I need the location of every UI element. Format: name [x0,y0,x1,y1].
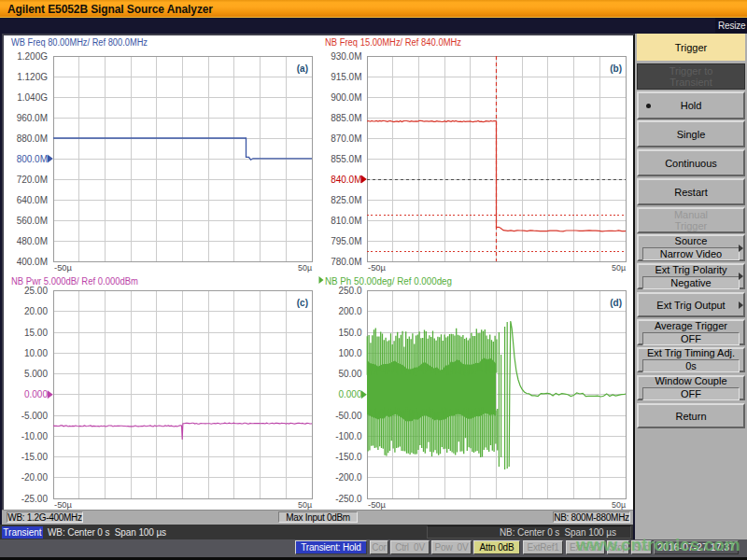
svg-text:100.0: 100.0 [338,348,361,358]
svg-text:-150.0: -150.0 [335,452,362,462]
svg-text:5.000: 5.000 [24,369,48,379]
svg-text:825.0M: 825.0M [331,195,361,205]
svg-text:795.0M: 795.0M [331,236,361,246]
svg-text:810.0M: 810.0M [331,216,361,226]
svg-text:-50µ: -50µ [368,499,386,510]
svg-text:WB Freq 80.00MHz/ Ref 800.0MHz: WB Freq 80.00MHz/ Ref 800.0MHz [11,37,148,48]
svg-text:(c): (c) [297,298,308,308]
svg-text:(a): (a) [297,63,308,74]
svg-text:960.0M: 960.0M [17,113,48,123]
svg-text:(b): (b) [610,63,622,74]
svg-text:-50µ: -50µ [54,499,72,510]
svg-text:780.0M: 780.0M [331,257,361,267]
svg-text:(d): (d) [610,298,622,308]
svg-text:NB Pwr 5.000dB/ Ref 0.000dBm: NB Pwr 5.000dB/ Ref 0.000dBm [11,276,138,287]
svg-text:50.00: 50.00 [338,369,361,379]
svg-text:-50µ: -50µ [54,262,72,273]
svg-text:480.0M: 480.0M [17,236,48,246]
svg-text:930.0M: 930.0M [331,51,361,62]
svg-text:200.0: 200.0 [338,306,361,316]
svg-text:915.0M: 915.0M [331,72,361,82]
svg-text:-25.00: -25.00 [21,494,49,504]
svg-text:150.0: 150.0 [338,328,361,338]
svg-text:-15.00: -15.00 [21,452,49,462]
svg-text:0.000: 0.000 [24,389,48,399]
svg-text:-10.00: -10.00 [21,431,49,441]
svg-text:1.040G: 1.040G [17,92,48,103]
svg-text:25.00: 25.00 [24,286,48,296]
svg-text:NB Freq 15.00MHz/ Ref 840.0MHz: NB Freq 15.00MHz/ Ref 840.0MHz [325,37,461,48]
svg-text:560.0M: 560.0M [17,216,48,226]
svg-text:-20.00: -20.00 [21,472,49,483]
svg-text:NB Ph 50.00deg/ Ref 0.000deg: NB Ph 50.00deg/ Ref 0.000deg [325,276,452,287]
svg-text:870.0M: 870.0M [331,133,361,144]
svg-text:10.00: 10.00 [24,348,48,358]
svg-text:50µ: 50µ [298,499,312,510]
svg-text:880.0M: 880.0M [17,133,48,144]
svg-text:50µ: 50µ [612,262,626,273]
svg-text:640.0M: 640.0M [17,195,48,205]
svg-text:-50µ: -50µ [368,262,386,273]
svg-text:400.0M: 400.0M [17,257,48,267]
svg-text:885.0M: 885.0M [331,113,361,123]
svg-text:0.000: 0.000 [338,389,361,399]
svg-text:-50.00: -50.00 [335,411,362,421]
svg-text:250.0: 250.0 [338,286,361,296]
svg-text:720.0M: 720.0M [17,175,48,185]
svg-text:855.0M: 855.0M [331,154,361,164]
svg-text:840.0M: 840.0M [331,175,361,185]
svg-text:-250.0: -250.0 [335,494,362,504]
svg-text:-200.0: -200.0 [335,472,362,483]
svg-text:15.00: 15.00 [24,328,48,338]
svg-text:20.00: 20.00 [24,306,48,316]
svg-text:800.0M: 800.0M [17,154,48,164]
svg-text:50µ: 50µ [612,499,626,510]
svg-text:-5.000: -5.000 [21,411,49,421]
svg-text:50µ: 50µ [298,262,312,273]
svg-text:1.200G: 1.200G [17,51,48,62]
svg-text:900.0M: 900.0M [331,92,361,103]
svg-text:1.120G: 1.120G [17,72,48,82]
svg-text:-100.0: -100.0 [335,431,362,441]
